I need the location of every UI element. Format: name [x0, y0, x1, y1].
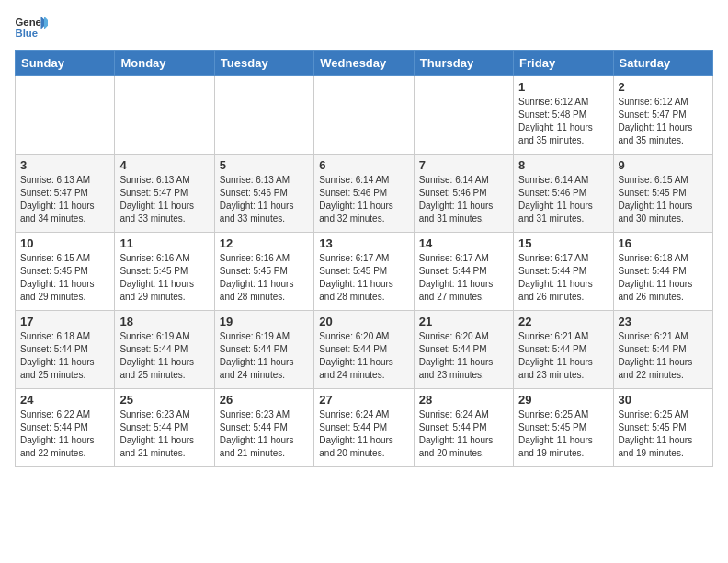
week-row-1: 1Sunrise: 6:12 AM Sunset: 5:48 PM Daylig…: [16, 76, 713, 155]
day-info: Sunrise: 6:21 AM Sunset: 5:44 PM Dayligh…: [619, 330, 708, 382]
day-number: 5: [220, 158, 309, 172]
week-row-2: 3Sunrise: 6:13 AM Sunset: 5:47 PM Daylig…: [16, 155, 713, 233]
day-header-tuesday: Tuesday: [214, 51, 313, 76]
calendar-cell: 17Sunrise: 6:18 AM Sunset: 5:44 PM Dayli…: [16, 311, 115, 389]
calendar-cell: 3Sunrise: 6:13 AM Sunset: 5:47 PM Daylig…: [16, 155, 115, 233]
calendar-cell: 15Sunrise: 6:17 AM Sunset: 5:44 PM Dayli…: [514, 233, 613, 311]
calendar-cell: 28Sunrise: 6:24 AM Sunset: 5:44 PM Dayli…: [414, 389, 513, 467]
calendar-cell: 25Sunrise: 6:23 AM Sunset: 5:44 PM Dayli…: [115, 389, 214, 467]
day-header-sunday: Sunday: [16, 51, 115, 76]
calendar-cell: [115, 76, 214, 155]
day-info: Sunrise: 6:13 AM Sunset: 5:47 PM Dayligh…: [20, 174, 109, 225]
day-info: Sunrise: 6:12 AM Sunset: 5:48 PM Dayligh…: [518, 96, 608, 147]
week-row-4: 17Sunrise: 6:18 AM Sunset: 5:44 PM Dayli…: [16, 311, 713, 389]
day-number: 11: [119, 236, 209, 250]
calendar-cell: 16Sunrise: 6:18 AM Sunset: 5:44 PM Dayli…: [613, 233, 712, 311]
day-number: 14: [419, 236, 508, 250]
calendar-cell: 20Sunrise: 6:20 AM Sunset: 5:44 PM Dayli…: [314, 311, 414, 389]
day-number: 22: [518, 315, 608, 328]
calendar-cell: 11Sunrise: 6:16 AM Sunset: 5:45 PM Dayli…: [115, 233, 214, 311]
calendar-cell: 7Sunrise: 6:14 AM Sunset: 5:46 PM Daylig…: [414, 155, 513, 233]
day-number: 3: [20, 158, 109, 172]
day-number: 23: [619, 315, 708, 328]
calendar-cell: 2Sunrise: 6:12 AM Sunset: 5:47 PM Daylig…: [613, 76, 712, 155]
day-number: 6: [319, 158, 408, 172]
calendar-table: SundayMondayTuesdayWednesdayThursdayFrid…: [15, 50, 713, 467]
day-info: Sunrise: 6:19 AM Sunset: 5:44 PM Dayligh…: [119, 330, 209, 382]
day-info: Sunrise: 6:23 AM Sunset: 5:44 PM Dayligh…: [119, 408, 209, 460]
week-row-3: 10Sunrise: 6:15 AM Sunset: 5:45 PM Dayli…: [16, 233, 713, 311]
day-header-monday: Monday: [115, 51, 214, 76]
day-info: Sunrise: 6:17 AM Sunset: 5:45 PM Dayligh…: [319, 252, 408, 304]
header: General Blue: [15, 15, 713, 40]
day-info: Sunrise: 6:16 AM Sunset: 5:45 PM Dayligh…: [119, 252, 209, 304]
calendar-cell: 14Sunrise: 6:17 AM Sunset: 5:44 PM Dayli…: [414, 233, 513, 311]
day-number: 29: [518, 393, 608, 407]
week-row-5: 24Sunrise: 6:22 AM Sunset: 5:44 PM Dayli…: [16, 389, 713, 467]
day-info: Sunrise: 6:12 AM Sunset: 5:47 PM Dayligh…: [619, 96, 708, 147]
calendar-cell: 10Sunrise: 6:15 AM Sunset: 5:45 PM Dayli…: [16, 233, 115, 311]
day-number: 9: [619, 158, 708, 172]
day-number: 4: [119, 158, 209, 172]
day-info: Sunrise: 6:25 AM Sunset: 5:45 PM Dayligh…: [518, 408, 608, 460]
calendar-cell: 23Sunrise: 6:21 AM Sunset: 5:44 PM Dayli…: [613, 311, 712, 389]
calendar-cell: 21Sunrise: 6:20 AM Sunset: 5:44 PM Dayli…: [414, 311, 513, 389]
day-info: Sunrise: 6:13 AM Sunset: 5:47 PM Dayligh…: [119, 174, 209, 225]
day-number: 18: [119, 315, 209, 328]
day-number: 25: [119, 393, 209, 407]
calendar-cell: 22Sunrise: 6:21 AM Sunset: 5:44 PM Dayli…: [514, 311, 613, 389]
calendar-cell: 13Sunrise: 6:17 AM Sunset: 5:45 PM Dayli…: [314, 233, 414, 311]
calendar-cell: 26Sunrise: 6:23 AM Sunset: 5:44 PM Dayli…: [214, 389, 313, 467]
calendar-cell: 24Sunrise: 6:22 AM Sunset: 5:44 PM Dayli…: [16, 389, 115, 467]
day-header-thursday: Thursday: [414, 51, 513, 76]
day-info: Sunrise: 6:20 AM Sunset: 5:44 PM Dayligh…: [419, 330, 508, 382]
day-number: 28: [419, 393, 508, 407]
day-number: 16: [619, 236, 708, 250]
calendar-cell: 9Sunrise: 6:15 AM Sunset: 5:45 PM Daylig…: [613, 155, 712, 233]
day-info: Sunrise: 6:24 AM Sunset: 5:44 PM Dayligh…: [419, 408, 508, 460]
day-info: Sunrise: 6:19 AM Sunset: 5:44 PM Dayligh…: [220, 330, 309, 382]
day-number: 2: [619, 80, 708, 94]
day-info: Sunrise: 6:14 AM Sunset: 5:46 PM Dayligh…: [518, 174, 608, 225]
day-header-wednesday: Wednesday: [314, 51, 414, 76]
day-number: 20: [319, 315, 408, 328]
day-info: Sunrise: 6:25 AM Sunset: 5:45 PM Dayligh…: [619, 408, 708, 460]
calendar-cell: 27Sunrise: 6:24 AM Sunset: 5:44 PM Dayli…: [314, 389, 414, 467]
day-number: 1: [518, 80, 608, 94]
day-number: 7: [419, 158, 508, 172]
calendar-cell: 30Sunrise: 6:25 AM Sunset: 5:45 PM Dayli…: [613, 389, 712, 467]
day-number: 13: [319, 236, 408, 250]
day-number: 19: [220, 315, 309, 328]
day-info: Sunrise: 6:16 AM Sunset: 5:45 PM Dayligh…: [220, 252, 309, 304]
day-info: Sunrise: 6:24 AM Sunset: 5:44 PM Dayligh…: [319, 408, 408, 460]
calendar-cell: [214, 76, 313, 155]
calendar-cell: 18Sunrise: 6:19 AM Sunset: 5:44 PM Dayli…: [115, 311, 214, 389]
day-number: 17: [20, 315, 109, 328]
day-info: Sunrise: 6:14 AM Sunset: 5:46 PM Dayligh…: [319, 174, 408, 225]
day-number: 27: [319, 393, 408, 407]
day-info: Sunrise: 6:22 AM Sunset: 5:44 PM Dayligh…: [20, 408, 109, 460]
day-number: 8: [518, 158, 608, 172]
day-info: Sunrise: 6:23 AM Sunset: 5:44 PM Dayligh…: [220, 408, 309, 460]
day-info: Sunrise: 6:17 AM Sunset: 5:44 PM Dayligh…: [518, 252, 608, 304]
calendar-cell: 5Sunrise: 6:13 AM Sunset: 5:46 PM Daylig…: [214, 155, 313, 233]
calendar-cell: [414, 76, 513, 155]
calendar-cell: 12Sunrise: 6:16 AM Sunset: 5:45 PM Dayli…: [214, 233, 313, 311]
day-info: Sunrise: 6:21 AM Sunset: 5:44 PM Dayligh…: [518, 330, 608, 382]
day-info: Sunrise: 6:14 AM Sunset: 5:46 PM Dayligh…: [419, 174, 508, 225]
day-number: 12: [220, 236, 309, 250]
day-number: 15: [518, 236, 608, 250]
logo-icon: General Blue: [15, 15, 48, 40]
day-number: 21: [419, 315, 508, 328]
calendar-header-row: SundayMondayTuesdayWednesdayThursdayFrid…: [16, 51, 713, 76]
day-number: 26: [220, 393, 309, 407]
day-number: 24: [20, 393, 109, 407]
calendar-cell: [16, 76, 115, 155]
day-info: Sunrise: 6:15 AM Sunset: 5:45 PM Dayligh…: [619, 174, 708, 225]
day-info: Sunrise: 6:13 AM Sunset: 5:46 PM Dayligh…: [220, 174, 309, 225]
day-header-friday: Friday: [514, 51, 613, 76]
calendar-cell: 19Sunrise: 6:19 AM Sunset: 5:44 PM Dayli…: [214, 311, 313, 389]
calendar-cell: 4Sunrise: 6:13 AM Sunset: 5:47 PM Daylig…: [115, 155, 214, 233]
calendar-cell: 6Sunrise: 6:14 AM Sunset: 5:46 PM Daylig…: [314, 155, 414, 233]
svg-text:Blue: Blue: [16, 28, 39, 39]
